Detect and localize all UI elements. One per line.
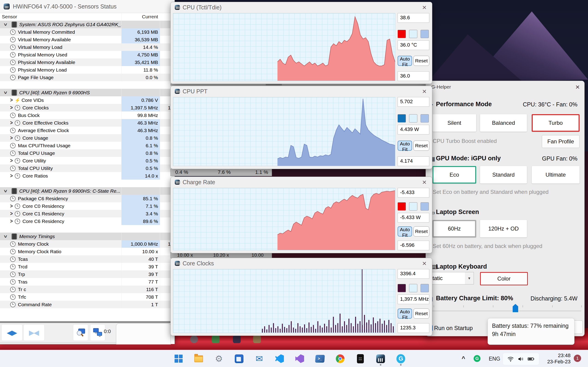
sensor-row[interactable]: Tcas40 T	[0, 255, 174, 263]
reset-button[interactable]: Reset	[414, 226, 429, 236]
silent-button[interactable]: Silent	[432, 114, 476, 132]
hidden-icons-chevron[interactable]: ^	[462, 355, 465, 362]
sensor-row[interactable]: Command Rate1 T	[0, 301, 174, 308]
reset-button[interactable]: Reset	[414, 309, 429, 319]
sensor-row[interactable]: Physical Memory Load11.8 %	[0, 66, 174, 74]
sensor-row[interactable]: Virtual Memory Available36,539 MB	[0, 36, 174, 43]
sensor-row[interactable]: Bus Clock99.8 MHz	[0, 111, 174, 119]
chevron-right-icon[interactable]: >	[10, 97, 13, 103]
chevron-right-icon[interactable]: >	[10, 105, 13, 111]
chevron-right-icon[interactable]: >	[10, 173, 13, 179]
ultimate-button[interactable]: Ultimate	[532, 166, 579, 184]
60hz-button[interactable]: 60Hz	[432, 220, 476, 237]
background-color-swatch[interactable]	[409, 284, 417, 292]
sensor-section-row[interactable]: >System: ASUS ROG Zephyrus G14 GA402RK_.…	[0, 21, 174, 28]
grid-color-swatch[interactable]	[421, 114, 429, 123]
sensor-row[interactable]: >⚡Core VIDs0.786 V	[0, 96, 174, 104]
sensor-row[interactable]: Physical Memory Available35,421 MB	[0, 58, 174, 66]
sensor-section-row[interactable]: >Memory Timings	[0, 233, 174, 240]
sensor-row[interactable]: Total CPU Utility0.5 %	[0, 165, 174, 172]
clock[interactable]: 23:48 23-Feb-23	[545, 352, 571, 365]
collapse-columns-icon[interactable]	[23, 324, 44, 341]
graph-current-field[interactable]: 4.439 W	[398, 125, 429, 134]
close-icon[interactable]: ×	[421, 4, 428, 11]
series-color-swatch[interactable]	[398, 30, 406, 38]
turbo-button[interactable]: Turbo	[532, 114, 579, 132]
graph-window-titlebar[interactable]: Core Clocks ×	[171, 258, 432, 269]
taskbar-icon-hwinfo[interactable]	[376, 354, 385, 364]
chevron-right-icon[interactable]: >	[10, 135, 13, 141]
screen-zoom-icon[interactable]	[73, 324, 88, 341]
sensor-row[interactable]: >Core C0 Residency7.1 %	[0, 202, 174, 210]
sensor-row[interactable]: Physical Memory Used4,750 MB	[0, 51, 174, 58]
sensor-row[interactable]: >Core Clocks1,397.5 MHz1,	[0, 104, 174, 111]
standard-button[interactable]: Standard	[480, 166, 527, 184]
chevron-down-icon[interactable]: ▾	[465, 272, 474, 284]
sensor-row[interactable]: Memory Clock1,000.0 MHz1,	[0, 240, 174, 248]
graph-current-field[interactable]: 1,397.5 MHz	[398, 294, 429, 304]
grid-color-swatch[interactable]	[421, 30, 429, 38]
tray-status-area[interactable]	[502, 353, 539, 365]
graph-current-field[interactable]: 36.0 °C	[398, 40, 429, 50]
expand-columns-icon[interactable]	[1, 324, 23, 341]
series-color-swatch[interactable]	[398, 202, 406, 211]
taskbar-icon-chrome[interactable]	[335, 354, 345, 364]
graph-window-titlebar[interactable]: Charge Rate ×	[171, 177, 432, 187]
sensor-row[interactable]: >Core Usage0.8 %	[0, 134, 174, 142]
reset-button[interactable]: Reset	[414, 56, 429, 66]
graph-min-field[interactable]: 36.0	[398, 71, 429, 81]
remote-monitors-icon[interactable]	[90, 324, 105, 341]
ghelper-title[interactable]: G-Helper	[431, 84, 451, 90]
graph-max-field[interactable]: 5.702	[398, 97, 429, 107]
graph-max-field[interactable]: 38.6	[398, 13, 429, 23]
chevron-down-icon[interactable]: >	[2, 91, 9, 94]
battery-limit-slider-thumb[interactable]	[513, 304, 518, 312]
120hz-od-button[interactable]: 120Hz + OD	[480, 220, 527, 237]
keyboard-color-button[interactable]: Color	[480, 272, 528, 285]
chevron-down-icon[interactable]: >	[2, 235, 9, 238]
taskbar-icon-settings[interactable]: ⚙	[214, 354, 224, 364]
fan-profile-button[interactable]: Fan Profile	[542, 135, 579, 148]
taskbar-icon-vscode[interactable]	[275, 354, 284, 364]
auto-fit-button[interactable]: Auto Fit	[398, 56, 412, 66]
column-header-sensor[interactable]: Sensor	[0, 13, 121, 21]
close-icon[interactable]: ×	[575, 83, 580, 91]
sensor-row[interactable]: Tras77 T	[0, 278, 174, 286]
series-color-swatch[interactable]	[398, 114, 406, 123]
auto-fit-button[interactable]: Auto Fit	[398, 141, 412, 151]
keyboard-mode-dropdown[interactable]: Static ▾	[426, 272, 474, 284]
graph-window-titlebar[interactable]: CPU PPT ×	[171, 86, 432, 97]
notification-badge[interactable]: 1	[574, 355, 581, 362]
graph-min-field[interactable]: -6.596	[398, 241, 429, 250]
background-color-swatch[interactable]	[409, 202, 417, 211]
close-icon[interactable]: ×	[421, 260, 428, 267]
close-icon[interactable]: ×	[421, 88, 428, 95]
graph-max-field[interactable]: -5.433	[398, 188, 429, 198]
grid-color-swatch[interactable]	[421, 202, 429, 211]
graph-window-titlebar[interactable]: CPU (Tctl/Tdie) ×	[171, 2, 432, 13]
auto-fit-button[interactable]: Auto Fit	[398, 226, 412, 236]
taskbar-icon-terminal[interactable]: ••••••	[355, 354, 365, 364]
background-color-swatch[interactable]	[409, 114, 417, 123]
graph-current-field[interactable]: -5.433 W	[398, 213, 429, 223]
sensor-row[interactable]: Virtual Memory Committed6,193 MB	[0, 28, 174, 36]
sensor-row[interactable]: Page File Usage0.0 %	[0, 74, 174, 81]
sensor-row[interactable]: Trp39 T	[0, 270, 174, 278]
reset-button[interactable]: Reset	[414, 141, 429, 151]
sensor-row[interactable]: Average Effective Clock46.3 MHz	[0, 127, 174, 134]
taskbar-icon-start[interactable]	[174, 354, 183, 364]
chevron-down-icon[interactable]: >	[2, 190, 9, 192]
sensor-row[interactable]: Memory Clock Ratio10.00 x	[0, 248, 174, 255]
sensor-row[interactable]: >Core Effective Clocks46.3 MHz	[0, 119, 174, 127]
sensor-row[interactable]: >Core Utility0.5 %	[0, 157, 174, 165]
chevron-right-icon[interactable]: >	[10, 158, 13, 164]
auto-fit-button[interactable]: Auto Fit	[398, 309, 412, 319]
taskbar-icon-ghelper[interactable]: G	[396, 354, 406, 364]
battery-limit-slider-track[interactable]	[429, 310, 581, 311]
sensor-row[interactable]: Trcd39 T	[0, 263, 174, 270]
graph-max-field[interactable]: 3396.4	[398, 269, 429, 279]
taskbar-icon-powershell[interactable]: >_	[315, 354, 325, 364]
sensor-row[interactable]: >Core C6 Residency89.6 %	[0, 217, 174, 225]
balanced-button[interactable]: Balanced	[480, 114, 527, 132]
chevron-down-icon[interactable]: >	[2, 23, 9, 26]
